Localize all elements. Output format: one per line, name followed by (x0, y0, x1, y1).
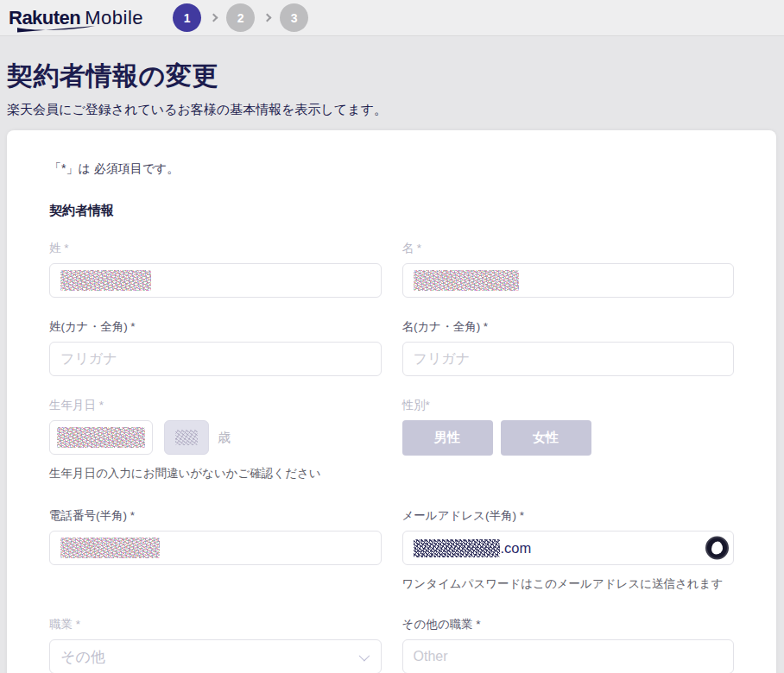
chevron-right-icon (263, 14, 272, 22)
gender-button-group: 男性 女性 (402, 420, 735, 456)
last-name-label: 姓 * (49, 241, 382, 256)
redacted-first-name-value (414, 270, 519, 291)
app-header: Rakuten Mobile 1 2 3 (0, 0, 784, 36)
row-name: 姓 * 名 * (49, 241, 734, 298)
occupation-select[interactable]: その他 (49, 639, 382, 673)
phone-input[interactable] (49, 531, 382, 565)
field-last-name-kana: 姓(カナ・全角) * (49, 319, 382, 376)
page-subtitle: 楽天会員にご登録されているお客様の基本情報を表示してます。 (7, 102, 777, 118)
last-name-kana-label: 姓(カナ・全角) * (49, 319, 382, 335)
email-otp-note: ワンタイムパスワードはこのメールアドレスに送信されます (402, 576, 735, 592)
birth-date-input[interactable] (49, 420, 153, 455)
email-input[interactable]: .com (402, 531, 735, 565)
birth-date-label: 生年月日 * (49, 398, 382, 413)
first-name-input[interactable] (402, 263, 735, 298)
age-display-box (164, 420, 209, 455)
step-1-circle: 1 (173, 3, 201, 32)
gender-label: 性別* (402, 398, 735, 413)
other-occupation-input[interactable] (402, 639, 735, 673)
birth-date-group: 歳 (49, 420, 382, 455)
other-occupation-label: その他の職業 * (402, 617, 735, 632)
page-title: 契約者情報の変更 (7, 59, 777, 94)
field-phone: 電話番号(半角) * (49, 508, 382, 592)
row-phone-email: 電話番号(半角) * メールアドレス(半角) * .com ワンタイムパスワード… (49, 508, 734, 592)
first-name-kana-label: 名(カナ・全角) * (402, 319, 735, 335)
field-gender: 性別* 男性 女性 (402, 398, 735, 481)
step-3-circle: 3 (280, 3, 308, 32)
row-kana: 姓(カナ・全角) * 名(カナ・全角) * (49, 319, 734, 376)
field-first-name: 名 * (402, 241, 735, 298)
step-2-circle: 2 (226, 3, 255, 32)
email-autofill-extension-icon[interactable] (705, 537, 729, 560)
redacted-age-value (175, 430, 198, 445)
phone-label: 電話番号(半角) * (49, 508, 382, 524)
field-last-name: 姓 * (49, 241, 382, 298)
chevron-down-icon (358, 650, 370, 661)
row-occupation: 職業 * その他 その他の職業 * (49, 617, 734, 673)
redacted-phone-value (60, 538, 160, 558)
birth-date-note: 生年月日の入力にお間違いがないかご確認ください (49, 466, 382, 481)
field-occupation: 職業 * その他 (49, 617, 382, 673)
field-birth-date: 生年月日 * 歳 生年月日の入力にお間違いがないかご確認ください (49, 398, 382, 481)
field-email: メールアドレス(半角) * .com ワンタイムパスワードはこのメールアドレスに… (402, 508, 735, 592)
step-indicator: 1 2 3 (173, 3, 308, 32)
step-1-number: 1 (184, 11, 191, 25)
occupation-label: 職業 * (49, 617, 382, 632)
gender-female-button[interactable]: 女性 (501, 420, 591, 456)
step-2-number: 2 (237, 11, 244, 25)
last-name-kana-input[interactable] (49, 342, 382, 376)
field-other-occupation: その他の職業 * (402, 617, 735, 673)
last-name-input[interactable] (49, 263, 382, 298)
row-birth-gender: 生年月日 * 歳 生年月日の入力にお間違いがないかご確認ください 性別* 男性 … (49, 398, 734, 481)
redacted-last-name-value (60, 270, 151, 291)
contract-info-card: 「*」は 必須項目です。 契約者情報 姓 * 名 * 姓(カナ・全角) * 名(… (7, 130, 776, 673)
email-label: メールアドレス(半角) * (402, 508, 735, 524)
field-first-name-kana: 名(カナ・全角) * (402, 319, 735, 376)
rakuten-swoosh-icon (16, 26, 96, 33)
chevron-right-icon (210, 14, 218, 22)
gender-male-button[interactable]: 男性 (402, 420, 493, 456)
occupation-selected-value: その他 (60, 647, 105, 667)
email-visible-suffix: .com (501, 540, 532, 557)
page-head: 契約者情報の変更 楽天会員にご登録されているお客様の基本情報を表示してます。 (0, 36, 784, 118)
required-fields-note: 「*」は 必須項目です。 (49, 161, 734, 177)
redacted-birth-date-value (57, 427, 145, 448)
redacted-email-prefix (414, 539, 500, 557)
step-3-number: 3 (291, 11, 298, 25)
age-unit-label: 歳 (218, 430, 231, 446)
first-name-label: 名 * (402, 241, 735, 256)
rakuten-mobile-logo[interactable]: Rakuten Mobile (9, 7, 143, 29)
autofill-glyph-icon (711, 542, 723, 555)
first-name-kana-input[interactable] (402, 342, 735, 376)
section-title-contractor-info: 契約者情報 (49, 203, 734, 219)
